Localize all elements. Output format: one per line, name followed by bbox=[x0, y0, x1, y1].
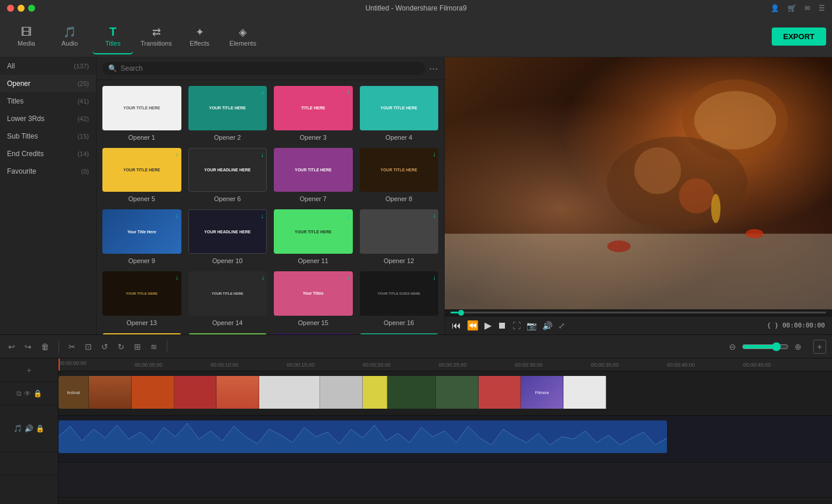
title-card-opener17[interactable]: ↓ YOUR TITLE HERE Opener 17 bbox=[102, 333, 181, 334]
category-all[interactable]: All (137) bbox=[0, 57, 96, 75]
expand-icon[interactable]: ⤢ bbox=[558, 321, 565, 330]
video-segment-13[interactable] bbox=[563, 376, 606, 409]
pip-button[interactable]: ⊞ bbox=[132, 340, 143, 354]
category-opener[interactable]: Opener (25) bbox=[0, 75, 96, 92]
video-segment-8[interactable] bbox=[363, 376, 387, 409]
eye-icon[interactable]: 👁 bbox=[24, 389, 31, 398]
minimize-button[interactable] bbox=[18, 5, 25, 12]
title-card-opener8[interactable]: ↓ YOUR TITLE HERE Opener 8 bbox=[360, 148, 439, 203]
title-card-opener7[interactable]: YOUR TITLE HERE Opener 7 bbox=[274, 148, 353, 203]
video-track-content[interactable]: festival Filmora bbox=[59, 376, 667, 409]
video-segment-5[interactable] bbox=[216, 376, 259, 409]
title-card-label: Opener 14 bbox=[212, 319, 243, 326]
title-card-opener3[interactable]: ↓ TITLE HERE Opener 3 bbox=[274, 86, 353, 141]
download-icon: ↓ bbox=[176, 212, 179, 219]
svg-point-6 bbox=[711, 194, 720, 223]
toolbar-item-titles[interactable]: T Titles bbox=[92, 19, 133, 54]
close-button[interactable] bbox=[7, 5, 14, 12]
toolbar-item-transitions[interactable]: ⇄ Transitions bbox=[136, 19, 177, 54]
grid-toggle-icon[interactable]: ⋯ bbox=[429, 63, 438, 74]
title-card-opener14[interactable]: ↓ YOUR TITLE HERE Opener 14 bbox=[188, 271, 267, 326]
rotate-right-button[interactable]: ↻ bbox=[115, 340, 127, 354]
category-sidebar: All (137) Opener (25) Titles (41) Lower … bbox=[0, 57, 97, 334]
rotate-left-button[interactable]: ↺ bbox=[99, 340, 111, 354]
profile-icon[interactable]: 👤 bbox=[771, 4, 779, 12]
volume-icon[interactable]: 🔊 bbox=[542, 321, 552, 330]
menu-icon[interactable]: ☰ bbox=[819, 4, 825, 12]
preview-progress-bar[interactable] bbox=[451, 312, 826, 313]
video-preview bbox=[445, 57, 832, 309]
audio-track-content[interactable] bbox=[59, 420, 667, 453]
title-card-opener11[interactable]: ↓ YOUR TITLE HERE Opener 11 bbox=[274, 209, 353, 264]
audio-button[interactable]: ≋ bbox=[148, 340, 160, 354]
search-icon: 🔍 bbox=[108, 64, 117, 73]
toolbar-item-elements[interactable]: ◈ Elements bbox=[222, 19, 263, 54]
stop-button[interactable]: ⏹ bbox=[497, 320, 507, 331]
title-card-label: Opener 12 bbox=[384, 257, 414, 264]
category-endcredits-label: End Credits bbox=[7, 150, 44, 158]
title-card-opener12[interactable]: ↓ Opener 12 bbox=[360, 209, 439, 264]
category-all-count: (137) bbox=[74, 63, 89, 70]
title-card-opener18[interactable]: ↓ YOUR TITLE HERE Opener 18 bbox=[188, 333, 267, 334]
snapshot-icon[interactable]: 📷 bbox=[527, 321, 537, 330]
zoom-slider[interactable] bbox=[742, 342, 789, 351]
category-lower3rds-label: Lower 3Rds bbox=[7, 115, 44, 123]
title-card-opener10[interactable]: ↓ YOUR HEADLINE HERE Opener 10 bbox=[188, 209, 267, 264]
video-segment-7[interactable] bbox=[320, 376, 363, 409]
zoom-in-button[interactable]: ⊕ bbox=[792, 340, 804, 354]
video-segment-10[interactable] bbox=[436, 376, 479, 409]
cut-button[interactable]: ✂ bbox=[66, 340, 78, 354]
track-label-audio: 🎵 🔊 🔒 bbox=[0, 405, 58, 452]
title-card-opener13[interactable]: ↓ YOUR TITLE HERE Opener 13 bbox=[102, 271, 181, 326]
redo-button[interactable]: ↪ bbox=[22, 340, 34, 354]
export-button[interactable]: EXPORT bbox=[772, 27, 826, 46]
video-segment-1[interactable]: festival bbox=[59, 376, 89, 409]
video-segment-6[interactable] bbox=[259, 376, 320, 409]
add-media-button[interactable]: + bbox=[813, 340, 826, 354]
search-input[interactable] bbox=[121, 64, 420, 73]
category-subtitles[interactable]: Sub Titles (15) bbox=[0, 127, 96, 145]
toolbar-item-media[interactable]: 🎞 Media bbox=[6, 19, 47, 54]
audio-vol-icon[interactable]: 🔊 bbox=[25, 424, 33, 433]
step-back-button[interactable]: ⏪ bbox=[467, 320, 479, 331]
title-card-opener4[interactable]: ↓ YOUR TITLE HERE Opener 4 bbox=[360, 86, 439, 141]
audio-lock-icon[interactable]: 🔒 bbox=[36, 424, 44, 433]
cart-icon[interactable]: 🛒 bbox=[788, 4, 796, 12]
title-card-opener6[interactable]: ↓ YOUR HEADLINE HERE Opener 6 bbox=[188, 148, 267, 203]
maximize-button[interactable] bbox=[28, 5, 35, 12]
toolbar-item-effects[interactable]: ✦ Effects bbox=[179, 19, 220, 54]
title-card-opener19[interactable]: 🌀 Opener 19 bbox=[274, 333, 353, 334]
skip-back-button[interactable]: ⏮ bbox=[452, 320, 461, 331]
toolbar-item-audio[interactable]: 🎵 Audio bbox=[49, 19, 90, 54]
search-input-wrap[interactable]: 🔍 bbox=[102, 62, 425, 75]
lock-icon[interactable]: 🔒 bbox=[33, 389, 42, 398]
title-card-opener2[interactable]: ↓ YOUR TITLE HERE Opener 2 bbox=[188, 86, 267, 141]
undo-button[interactable]: ↩ bbox=[6, 340, 18, 354]
track-label-add[interactable]: + bbox=[0, 358, 58, 382]
title-card-opener5[interactable]: ↓ YOUR TITLE HERE Opener 5 bbox=[102, 148, 181, 203]
category-titles[interactable]: Titles (41) bbox=[0, 92, 96, 110]
fullscreen-icon[interactable]: ⛶ bbox=[513, 321, 521, 330]
title-card-opener16[interactable]: ↓ YOUR TITLE GOES HERE Opener 16 bbox=[360, 271, 439, 326]
mail-icon[interactable]: ✉ bbox=[805, 4, 810, 12]
delete-button[interactable]: 🗑 bbox=[39, 340, 51, 354]
video-segment-9[interactable] bbox=[387, 376, 436, 409]
play-button[interactable]: ▶ bbox=[484, 320, 491, 331]
title-card-opener1[interactable]: YOUR TITLE HERE Opener 1 bbox=[102, 86, 181, 141]
timeline-left-bar: + ⧉ 👁 🔒 🎵 🔊 🔒 bbox=[0, 358, 59, 504]
title-card-opener15[interactable]: ↓ Your Titles Opener 15 bbox=[274, 271, 353, 326]
category-all-label: All bbox=[7, 62, 15, 70]
category-endcredits[interactable]: End Credits (14) bbox=[0, 145, 96, 163]
category-favourite[interactable]: Favourite (0) bbox=[0, 163, 96, 180]
video-segment-11[interactable] bbox=[479, 376, 521, 409]
video-segment-2[interactable] bbox=[89, 376, 132, 409]
video-segment-filmora[interactable]: Filmora bbox=[521, 376, 563, 409]
title-card-opener9[interactable]: ↓ Your Title Here Opener 9 bbox=[102, 209, 181, 264]
video-segment-3[interactable] bbox=[132, 376, 174, 409]
video-segment-4[interactable] bbox=[174, 376, 217, 409]
zoom-out-button[interactable]: ⊖ bbox=[727, 340, 738, 354]
crop-button[interactable]: ⊡ bbox=[82, 340, 94, 354]
title-card-opener20[interactable]: ↓ Opener 20 bbox=[360, 333, 439, 334]
category-lower3rds[interactable]: Lower 3Rds (42) bbox=[0, 110, 96, 127]
title-card-label: Opener 16 bbox=[384, 319, 414, 326]
